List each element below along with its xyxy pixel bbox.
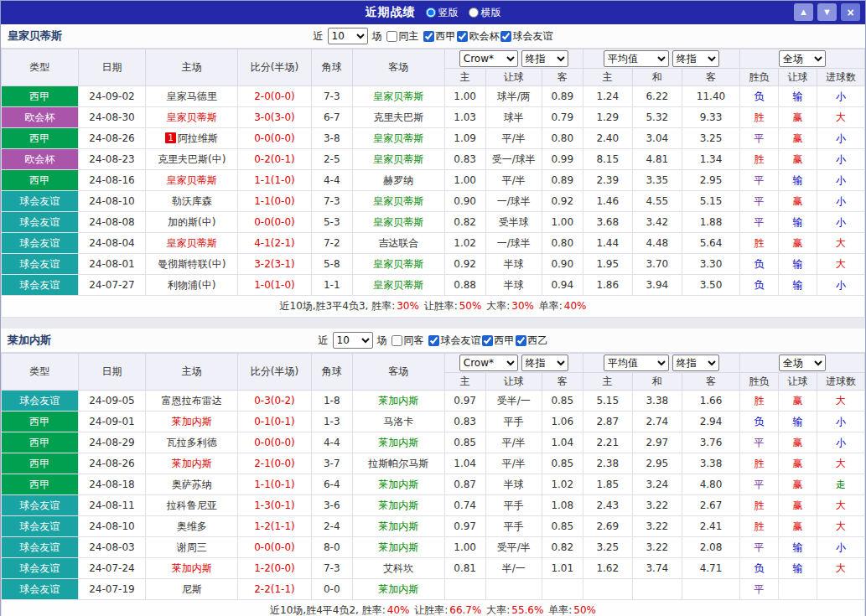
corner-score: 4-4 xyxy=(311,432,352,453)
corner-score: 6-7 xyxy=(311,107,352,128)
home-team-cell[interactable]: 尼斯 xyxy=(146,579,238,600)
venue-checkbox[interactable] xyxy=(386,31,397,42)
same-venue-filter[interactable]: 同主 xyxy=(386,29,419,44)
competition-filter-1[interactable]: 欧会杯 xyxy=(457,29,500,44)
competition-checkbox[interactable] xyxy=(428,335,439,346)
home-team-cell[interactable]: 曼彻斯特联(中) xyxy=(146,254,238,275)
competition-filter-0[interactable]: 西甲 xyxy=(423,29,456,44)
away-team-cell[interactable]: 莱加内斯 xyxy=(352,391,444,412)
competition-filter-1[interactable]: 西甲 xyxy=(482,334,515,348)
euro-away-odds: 3.38 xyxy=(682,453,739,474)
euro-away-odds: 5.64 xyxy=(682,233,739,254)
away-team-cell[interactable]: 拉斯帕尔马斯 xyxy=(352,453,444,474)
euro-home-odds: 1.44 xyxy=(583,233,632,254)
table-row: 球会友谊24-08-01曼彻斯特联(中)3-2(3-1)5-8皇家贝蒂斯0.92… xyxy=(2,254,865,275)
home-team-name: 尼斯 xyxy=(182,583,202,595)
home-team-cell[interactable]: 皇家贝蒂斯 xyxy=(146,233,238,254)
competition-badge: 球会友谊 xyxy=(2,191,79,212)
home-team-cell[interactable]: 谢周三 xyxy=(146,537,238,558)
away-team-cell[interactable]: 皇家贝蒂斯 xyxy=(352,254,444,275)
home-team-cell[interactable]: 1阿拉维斯 xyxy=(146,128,238,149)
asia-source-select[interactable]: Crow* xyxy=(459,50,518,67)
summary-segment: 单率: xyxy=(536,300,563,312)
home-team-cell[interactable]: 莱加内斯 xyxy=(146,412,238,432)
vertical-label: 竖版 xyxy=(438,6,459,20)
col-date: 日期 xyxy=(78,354,145,391)
win-draw-loss-result: 平 xyxy=(740,170,779,191)
home-team-cell[interactable]: 皇家马德里 xyxy=(146,86,238,107)
summary-text: 近10场,胜3平4负3, 胜率:30% 让胜率:50% 大率:30% 单率:40… xyxy=(2,296,865,318)
away-team-cell[interactable]: 莱加内斯 xyxy=(352,537,444,558)
vertical-radio[interactable] xyxy=(426,8,436,18)
asia-time-select[interactable]: 终指 xyxy=(521,50,568,67)
away-team-cell[interactable]: 克里夫巴斯 xyxy=(352,107,444,128)
horizontal-radio[interactable] xyxy=(469,8,479,18)
away-team-cell[interactable]: 皇家贝蒂斯 xyxy=(352,212,444,233)
asia-home-odds xyxy=(444,579,485,600)
home-team-cell[interactable]: 瓦拉多利德 xyxy=(146,432,238,453)
euro-source-select[interactable]: 平均值 xyxy=(604,355,669,371)
home-team-cell[interactable]: 利物浦(中) xyxy=(146,275,238,296)
competition-checkbox[interactable] xyxy=(482,335,493,346)
filter-bar: 近 10 场 同客 球会友谊西甲西乙 xyxy=(319,332,548,349)
competition-filter-0[interactable]: 球会友谊 xyxy=(428,334,481,348)
asia-handicap: 半球 xyxy=(485,254,542,275)
home-team-cell[interactable]: 加的斯(中) xyxy=(146,212,238,233)
home-team-cell[interactable]: 皇家贝蒂斯 xyxy=(146,107,238,128)
view-mode-horizontal[interactable]: 横版 xyxy=(469,6,501,20)
asia-source-select[interactable]: Crow* xyxy=(459,355,518,371)
home-team-cell[interactable]: 莱加内斯 xyxy=(146,558,238,579)
view-mode-vertical[interactable]: 竖版 xyxy=(426,6,459,20)
away-team-cell[interactable]: 皇家贝蒂斯 xyxy=(352,191,444,212)
asia-away-odds: 1.06 xyxy=(542,412,583,432)
euro-time-select[interactable]: 终指 xyxy=(672,355,719,371)
home-team-cell[interactable]: 奥萨苏纳 xyxy=(146,474,238,495)
home-team-cell[interactable]: 皇家贝蒂斯 xyxy=(146,170,238,191)
asia-time-select[interactable]: 终指 xyxy=(521,355,568,371)
home-team-cell[interactable]: 克里夫巴斯(中) xyxy=(146,149,238,170)
away-team-cell[interactable]: 赫罗纳 xyxy=(352,170,444,191)
away-team-cell[interactable]: 莱加内斯 xyxy=(352,495,444,516)
away-team-cell[interactable]: 马洛卡 xyxy=(352,412,444,432)
score: 0-0(0-0) xyxy=(238,537,312,558)
scope-select[interactable]: 全场 xyxy=(779,355,826,371)
home-team-cell[interactable]: 莱加内斯 xyxy=(146,453,238,474)
home-team-cell[interactable]: 奥维多 xyxy=(146,516,238,537)
window-buttons: ▲ ▼ × xyxy=(794,3,860,21)
table-row: 球会友谊24-08-10勒沃库森1-1(0-0)7-3皇家贝蒂斯0.90一/球半… xyxy=(2,191,865,212)
asia-home-odds: 0.83 xyxy=(444,149,485,170)
recent-results-widget: 近期战绩 竖版 横版 ▲ ▼ × 皇家贝蒂斯 近 10 场 xyxy=(0,0,866,616)
close-button[interactable]: × xyxy=(841,3,860,21)
euro-away-odds: 2.94 xyxy=(682,412,739,432)
away-team-cell[interactable]: 皇家贝蒂斯 xyxy=(352,275,444,296)
home-team-cell[interactable]: 拉科鲁尼亚 xyxy=(146,495,238,516)
competition-checkbox[interactable] xyxy=(423,31,434,42)
competition-checkbox[interactable] xyxy=(457,31,468,42)
venue-checkbox[interactable] xyxy=(392,335,402,346)
away-team-cell[interactable]: 吉达联合 xyxy=(352,233,444,254)
competition-filter-2[interactable]: 西乙 xyxy=(516,334,548,348)
home-team-cell[interactable]: 勒沃库森 xyxy=(146,191,238,212)
match-count-select[interactable]: 10 xyxy=(333,332,373,349)
scroll-down-button[interactable]: ▼ xyxy=(817,3,837,21)
away-team-cell[interactable]: 莱加内斯 xyxy=(352,579,444,600)
away-team-cell[interactable]: 莱加内斯 xyxy=(352,474,444,495)
home-team-cell[interactable]: 富恩拉布雷达 xyxy=(146,391,238,412)
competition-checkbox[interactable] xyxy=(500,31,511,42)
competition-checkbox[interactable] xyxy=(516,335,526,346)
same-venue-filter[interactable]: 同客 xyxy=(392,334,424,348)
away-team-cell[interactable]: 皇家贝蒂斯 xyxy=(352,149,444,170)
away-team-cell[interactable]: 艾科坎 xyxy=(352,558,444,579)
away-team-cell[interactable]: 皇家贝蒂斯 xyxy=(352,86,444,107)
euro-time-select[interactable]: 终指 xyxy=(672,50,719,67)
euro-source-select[interactable]: 平均值 xyxy=(604,50,669,67)
away-team-cell[interactable]: 莱加内斯 xyxy=(352,516,444,537)
match-count-select[interactable]: 10 xyxy=(328,28,368,44)
competition-filter-2[interactable]: 球会友谊 xyxy=(500,29,553,44)
euro-home-odds: 1.85 xyxy=(583,474,632,495)
away-team-cell[interactable]: 皇家贝蒂斯 xyxy=(352,128,444,149)
euro-draw-odds: 4.55 xyxy=(632,191,682,212)
away-team-cell[interactable]: 莱加内斯 xyxy=(352,432,444,453)
scroll-up-button[interactable]: ▲ xyxy=(794,3,813,21)
scope-select[interactable]: 全场 xyxy=(779,50,826,67)
